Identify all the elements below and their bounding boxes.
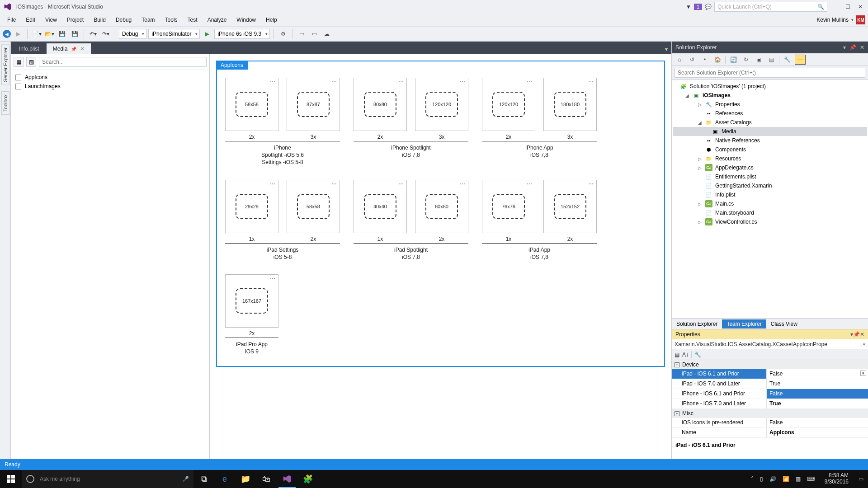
tree-item[interactable]: ▷📁Resources bbox=[673, 154, 867, 163]
onenote-icon[interactable]: ▥ bbox=[796, 476, 801, 482]
keyboard-icon[interactable]: ⌨ bbox=[807, 476, 815, 482]
menu-analyze[interactable]: Analyze bbox=[203, 15, 231, 25]
tree-item[interactable]: 📄Entitlements.plist bbox=[673, 172, 867, 181]
image-well-menu-icon[interactable]: ⋯ bbox=[588, 182, 594, 186]
image-well-menu-icon[interactable]: ⋯ bbox=[331, 80, 337, 84]
menu-test[interactable]: Test bbox=[183, 15, 202, 25]
tree-item[interactable]: ⬢Components bbox=[673, 145, 867, 154]
task-view-icon[interactable]: ⧉ bbox=[193, 470, 214, 488]
tree-item[interactable]: ◢📁Asset Catalogs bbox=[673, 118, 867, 127]
clock[interactable]: 8:58 AM 3/30/2016 bbox=[821, 473, 852, 485]
edge-icon[interactable]: e bbox=[214, 470, 235, 488]
image-well-menu-icon[interactable]: ⋯ bbox=[398, 80, 404, 84]
menu-project[interactable]: Project bbox=[62, 15, 88, 25]
image-well[interactable]: ⋯80x80 bbox=[415, 180, 468, 233]
prop-category-device[interactable]: −Device bbox=[672, 360, 868, 369]
tab-info-plist[interactable]: Info.plist bbox=[13, 43, 46, 54]
wifi-icon[interactable]: 📶 bbox=[783, 476, 789, 482]
store-icon[interactable]: 🛍 bbox=[256, 470, 277, 488]
image-well-menu-icon[interactable]: ⋯ bbox=[270, 80, 275, 84]
image-well-menu-icon[interactable]: ⋯ bbox=[331, 182, 337, 186]
panel-pin-icon[interactable]: 📌 bbox=[853, 331, 860, 338]
menu-debug[interactable]: Debug bbox=[111, 15, 136, 25]
nav-back-button[interactable]: ◀ bbox=[3, 30, 11, 38]
image-well[interactable]: ⋯167x167 bbox=[225, 274, 278, 328]
se-properties-icon[interactable]: 🔧 bbox=[782, 55, 792, 65]
se-refresh-icon[interactable]: ↻ bbox=[741, 55, 751, 65]
categorized-icon[interactable]: ▤ bbox=[675, 352, 679, 358]
property-row[interactable]: iPad - iOS 7.0 and LaterTrue bbox=[672, 379, 868, 389]
image-well-menu-icon[interactable]: ⋯ bbox=[398, 182, 404, 186]
app-icon[interactable]: 🧩 bbox=[297, 470, 318, 488]
notifications-badge[interactable]: 1 bbox=[694, 4, 702, 10]
start-button[interactable]: ▶ bbox=[202, 28, 212, 39]
new-item-button[interactable]: 📄▾ bbox=[31, 28, 42, 39]
save-all-button[interactable]: 💾 bbox=[69, 28, 80, 39]
tray-chevron-icon[interactable]: ˄ bbox=[751, 476, 754, 482]
property-row[interactable]: iPad - iOS 6.1 and PriorFalse▾ bbox=[672, 369, 868, 379]
target-combo[interactable]: iPhone 6s iOS 9.3 bbox=[214, 29, 270, 39]
catalog-tool-b[interactable]: ▧ bbox=[26, 57, 36, 67]
tree-item[interactable]: ▷C#ViewController.cs bbox=[673, 217, 867, 226]
server-explorer-tab[interactable]: Server Explorer bbox=[1, 44, 9, 85]
asset-item-appicons[interactable]: AppIcons bbox=[15, 73, 205, 82]
image-well[interactable]: ⋯58x58 bbox=[225, 78, 278, 131]
image-well[interactable]: ⋯120x120 bbox=[482, 78, 535, 131]
se-preview-icon[interactable]: — bbox=[795, 55, 806, 65]
solution-tree[interactable]: 🧩Solution 'iOSImages' (1 project)◢▣iOSIm… bbox=[672, 80, 868, 318]
menu-build[interactable]: Build bbox=[89, 15, 110, 25]
se-collapse-icon[interactable]: ▣ bbox=[754, 55, 764, 65]
menu-team[interactable]: Team bbox=[137, 15, 159, 25]
tool-btn-c[interactable]: ▭ bbox=[309, 28, 320, 39]
se-showall-icon[interactable]: ▤ bbox=[766, 55, 776, 65]
image-well[interactable]: ⋯120x120 bbox=[415, 78, 468, 131]
menu-help[interactable]: Help bbox=[261, 15, 282, 25]
tree-project[interactable]: ◢▣iOSImages bbox=[673, 91, 867, 100]
tree-item[interactable]: 📄Main.storyboard bbox=[673, 208, 867, 217]
tool-btn-a[interactable]: ⚙ bbox=[278, 28, 288, 39]
image-well[interactable]: ⋯180x180 bbox=[543, 78, 597, 131]
cortana-search[interactable]: Ask me anything 🎤 bbox=[22, 470, 193, 488]
redo-button[interactable]: ↷▾ bbox=[100, 28, 111, 39]
panel-dropdown-icon[interactable]: ▾ bbox=[843, 44, 846, 51]
file-explorer-icon[interactable]: 📁 bbox=[235, 470, 256, 488]
image-well-menu-icon[interactable]: ⋯ bbox=[527, 80, 532, 84]
image-well[interactable]: ⋯29x29 bbox=[225, 180, 278, 233]
alphabetical-icon[interactable]: A↓ bbox=[682, 352, 689, 358]
property-row[interactable]: iPhone - iOS 7.0 and LaterTrue bbox=[672, 399, 868, 409]
dropdown-icon[interactable]: ▾ bbox=[860, 371, 866, 376]
menu-edit[interactable]: Edit bbox=[21, 15, 40, 25]
panel-close-icon[interactable]: ✕ bbox=[860, 331, 864, 338]
user-name[interactable]: Kevin Mullins bbox=[816, 17, 849, 23]
platform-combo[interactable]: iPhoneSimulator bbox=[148, 29, 200, 39]
nav-fwd-button[interactable]: ▶ bbox=[13, 28, 24, 39]
asset-item-launchimages[interactable]: LaunchImages bbox=[15, 82, 205, 91]
menu-window[interactable]: Window bbox=[232, 15, 260, 25]
image-well-menu-icon[interactable]: ⋯ bbox=[527, 182, 532, 186]
filter-icon[interactable]: ▼ bbox=[686, 4, 691, 10]
solution-explorer-search[interactable] bbox=[675, 68, 865, 78]
tree-item[interactable]: 📄GettingStarted.Xamarin bbox=[673, 181, 867, 190]
microphone-icon[interactable]: 🎤 bbox=[182, 476, 189, 482]
image-well-menu-icon[interactable]: ⋯ bbox=[270, 182, 275, 186]
menu-file[interactable]: File bbox=[3, 15, 20, 25]
image-well[interactable]: ⋯76x76 bbox=[482, 180, 535, 233]
properties-object-combo[interactable]: Xamarin.VisualStudio.IOS.AssetCatalog.XC… bbox=[672, 339, 868, 349]
asset-search-input[interactable] bbox=[39, 57, 207, 67]
volume-icon[interactable]: 🔊 bbox=[769, 476, 776, 482]
undo-button[interactable]: ↶▾ bbox=[88, 28, 99, 39]
image-well[interactable]: ⋯152x152 bbox=[543, 180, 597, 233]
tree-item[interactable]: ▷🔧Properties bbox=[673, 100, 867, 109]
se-tab-solution[interactable]: Solution Explorer bbox=[672, 319, 722, 328]
tree-item[interactable]: ▪▪Native References bbox=[673, 136, 867, 145]
image-well[interactable]: ⋯80x80 bbox=[354, 78, 407, 131]
close-tab-icon[interactable]: ✕ bbox=[80, 46, 85, 52]
image-well[interactable]: ⋯58x58 bbox=[287, 180, 340, 233]
minimize-button[interactable]: — bbox=[830, 2, 840, 12]
se-sync-icon[interactable]: 🔄 bbox=[728, 55, 738, 65]
catalog-tool-a[interactable]: ▦ bbox=[14, 57, 24, 67]
checkbox-icon[interactable] bbox=[15, 84, 21, 89]
tree-item[interactable]: ▷C#Main.cs bbox=[673, 199, 867, 208]
tool-btn-b[interactable]: ▭ bbox=[296, 28, 307, 39]
start-button[interactable] bbox=[0, 470, 22, 488]
